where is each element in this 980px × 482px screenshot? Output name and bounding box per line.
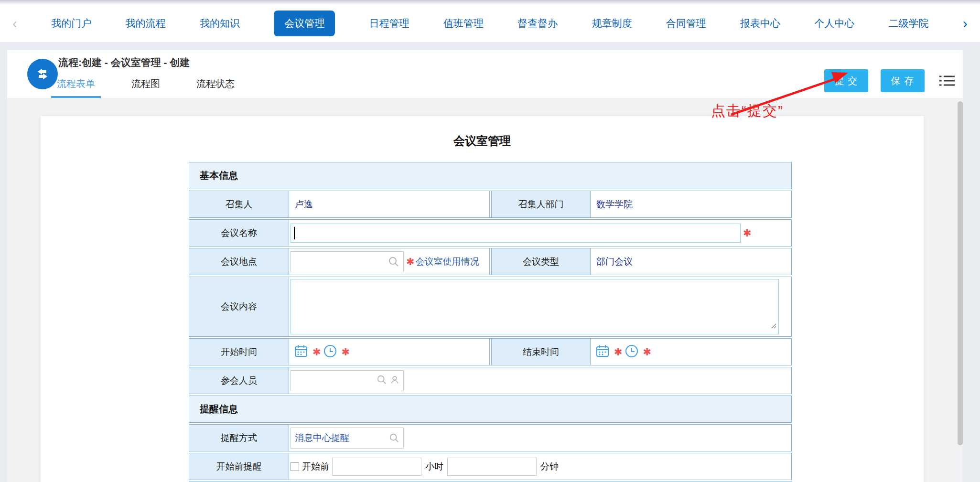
flow-title: 流程:创建 - 会议室管理 - 创建 (58, 56, 190, 69)
nav-item-schedule-mgmt[interactable]: 日程管理 (369, 17, 409, 30)
form-title: 会议室管理 (41, 133, 924, 149)
nav-item-contract-mgmt[interactable]: 合同管理 (666, 17, 706, 30)
nav-item-supervision[interactable]: 督查督办 (517, 17, 558, 30)
nav-item-my-portal[interactable]: 我的门户 (51, 17, 91, 30)
end-time-label: 结束时间 (491, 339, 591, 365)
meeting-place-label: 会议地点 (189, 248, 289, 275)
remind-start-hours-input[interactable] (332, 458, 421, 476)
remind-mode-input[interactable] (295, 433, 389, 443)
room-usage-link[interactable]: 会议室使用情况 (416, 256, 479, 268)
meeting-name-label: 会议名称 (189, 220, 289, 246)
attendees-input-wrap (291, 370, 404, 391)
row-start-time: 开始时间 ✱ (189, 338, 792, 365)
required-asterisk: ✱ (406, 257, 415, 267)
section-basic-info: 基本信息 (189, 162, 792, 189)
convener-dept-label: 召集人部门 (491, 191, 591, 217)
more-actions-list-icon[interactable] (939, 75, 955, 87)
form-card: 会议室管理 基本信息 召集人 卢逸 召集人部门 数学学院 会议名称 ✱ (41, 116, 924, 482)
main-content: 会议室管理 基本信息 召集人 卢逸 召集人部门 数学学院 会议名称 ✱ (7, 98, 963, 482)
tab-flow-diagram[interactable]: 流程图 (126, 77, 166, 98)
remind-mode-label: 提醒方式 (189, 425, 289, 451)
nav-item-regulations[interactable]: 规章制度 (592, 17, 632, 30)
start-time-label: 开始时间 (189, 339, 289, 365)
convener-label: 召集人 (189, 191, 289, 217)
vertical-scrollbar-thumb[interactable] (958, 101, 963, 445)
attendees-input[interactable] (295, 375, 377, 386)
nav-item-personal-center[interactable]: 个人中心 (814, 17, 854, 30)
required-asterisk: ✱ (312, 347, 321, 357)
meeting-type-value: 部门会议 (591, 248, 792, 275)
nav-scroll-right-icon[interactable]: › (963, 16, 968, 31)
remind-start-checkbox[interactable] (291, 462, 299, 471)
meeting-place-input[interactable] (295, 257, 388, 267)
hours-label: 小时 (425, 461, 443, 473)
meeting-content-textarea-wrap (291, 279, 779, 334)
nav-item-meeting-mgmt[interactable]: 会议管理 (274, 11, 335, 36)
person-picker-icon[interactable] (390, 375, 399, 387)
remind-before-start-label: 开始前提醒 (189, 453, 289, 480)
tutorial-arrow (726, 67, 855, 119)
required-asterisk: ✱ (643, 347, 652, 357)
clock-icon[interactable] (625, 344, 639, 360)
remind-start-prefix: 开始前 (302, 461, 329, 473)
search-icon[interactable] (388, 256, 399, 268)
meeting-content-label: 会议内容 (189, 277, 289, 336)
form-table: 基本信息 召集人 卢逸 召集人部门 数学学院 会议名称 ✱ (189, 162, 792, 482)
nav-scroll-left-icon[interactable]: ‹ (12, 16, 17, 31)
nav-item-secondary-college[interactable]: 二级学院 (889, 17, 929, 30)
start-time-cell: ✱ ✱ (289, 339, 490, 365)
meeting-name-input[interactable] (291, 224, 740, 242)
flow-tabs: 流程表单 流程图 流程状态 (51, 77, 240, 98)
clock-icon[interactable] (323, 344, 337, 360)
minutes-label: 分钟 (540, 461, 559, 473)
row-attendees: 参会人员 (189, 367, 792, 394)
tab-flow-status[interactable]: 流程状态 (191, 77, 240, 98)
required-asterisk: ✱ (614, 347, 623, 357)
meeting-type-label: 会议类型 (491, 248, 591, 275)
meeting-name-cell: ✱ (289, 220, 792, 246)
calendar-icon[interactable] (294, 344, 308, 360)
top-shadow (0, 0, 980, 5)
search-icon[interactable] (389, 433, 399, 443)
row-meeting-name: 会议名称 ✱ (189, 219, 792, 246)
row-meeting-place: 会议地点 ✱ 会议室使用情况 会议类型 部 (189, 248, 792, 275)
calendar-icon[interactable] (595, 344, 610, 360)
convener-value: 卢逸 (289, 191, 490, 217)
nav-item-report-center[interactable]: 报表中心 (740, 17, 780, 30)
convener-dept-value: 数学学院 (591, 191, 792, 217)
required-asterisk: ✱ (342, 347, 350, 357)
save-button[interactable]: 保 存 (881, 69, 925, 92)
text-cursor (294, 227, 295, 239)
required-asterisk: ✱ (743, 228, 752, 238)
section-remind-info: 提醒信息 (189, 396, 792, 423)
row-remind-before-start: 开始前提醒 开始前 小时 分钟 (189, 453, 792, 480)
remind-before-start-cell: 开始前 小时 分钟 (289, 453, 792, 480)
search-icon[interactable] (377, 375, 387, 387)
tab-flow-form[interactable]: 流程表单 (51, 77, 101, 98)
row-convener: 召集人 卢逸 召集人部门 数学学院 (189, 191, 792, 218)
nav-item-my-knowledge[interactable]: 我的知识 (200, 17, 240, 30)
end-time-cell: ✱ ✱ (591, 339, 792, 365)
meeting-content-cell (289, 277, 792, 336)
nav-item-duty-mgmt[interactable]: 值班管理 (443, 17, 484, 30)
row-meeting-content: 会议内容 (189, 277, 792, 337)
remind-start-minutes-input[interactable] (447, 458, 537, 476)
meeting-place-cell: ✱ 会议室使用情况 (289, 248, 490, 275)
meeting-place-input-wrap (291, 251, 404, 272)
nav-item-my-flows[interactable]: 我的流程 (126, 17, 166, 30)
attendees-label: 参会人员 (189, 367, 289, 394)
meeting-name-input-wrap (291, 224, 741, 243)
primary-nav: ‹ 我的门户 我的流程 我的知识 会议管理 日程管理 值班管理 督查督办 规章制… (0, 0, 980, 42)
remind-mode-input-wrap (291, 428, 404, 449)
row-remind-mode: 提醒方式 (189, 424, 792, 451)
meeting-content-textarea[interactable] (291, 279, 779, 334)
remind-mode-cell (289, 425, 792, 451)
attendees-cell (289, 367, 792, 394)
